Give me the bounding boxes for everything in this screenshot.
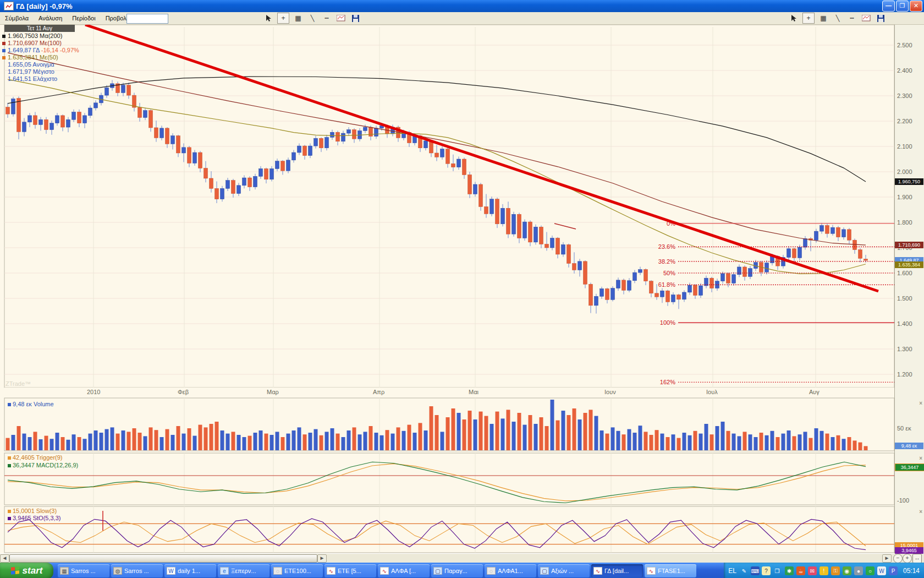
trendline-tool-icon[interactable]: ╲ xyxy=(832,13,843,23)
language-indicator[interactable]: EL xyxy=(728,567,736,575)
y-axis-tick: 2.500 xyxy=(897,42,912,48)
legend-row-5: 1.671,97 Μέγιστο xyxy=(2,68,79,75)
start-button[interactable]: start xyxy=(0,563,53,578)
word-icon[interactable]: W xyxy=(877,566,886,575)
x-axis-label: Μαι xyxy=(469,389,479,395)
mail-icon[interactable]: ✉ xyxy=(808,566,817,575)
magnifier-icon: ◌ xyxy=(487,567,496,575)
windows-flag-icon xyxy=(11,566,20,575)
y-axis-tick: 1.200 xyxy=(897,371,912,378)
close-button[interactable]: ✕ xyxy=(910,1,922,12)
chart-tool-icon[interactable] xyxy=(336,13,346,23)
webcam-icon[interactable]: ● xyxy=(854,566,863,575)
taskbar-button-παραγ[interactable]: ▢Παραγ... xyxy=(431,564,483,577)
magnifier-icon: ◌ xyxy=(273,567,282,575)
tray-clock: 05:14 xyxy=(903,567,920,575)
x-axis-label: Ιουν xyxy=(604,389,616,395)
system-tray: EL ✎⌨?❐ ✱☕✉!⚿◉●○WP 05:14 xyxy=(724,563,924,578)
volume-axis-label: 50 εκ xyxy=(897,425,911,432)
taskbar-button-sarros[interactable]: ▦Sarros ... xyxy=(58,564,109,577)
watermark: ZTrade™ xyxy=(6,380,31,387)
chart-icon: ∿ xyxy=(380,567,389,575)
menu-Σύμβολα[interactable]: Σύμβολα xyxy=(0,13,34,23)
taskbar-button-ftase1[interactable]: ∿FTASE1... xyxy=(645,564,696,577)
paint-icon[interactable]: P xyxy=(889,566,898,575)
y-axis-tick: 2.200 xyxy=(897,118,912,124)
taskbar-button-αλφα1[interactable]: ◌ΑΛΦΑ1... xyxy=(485,564,536,577)
shield-alert-icon[interactable]: ! xyxy=(820,566,828,575)
taskbar-button-ετε100[interactable]: ◌ΕΤΕ100... xyxy=(271,564,323,577)
taskbar-button-daily1[interactable]: Wdaily 1... xyxy=(164,564,216,577)
close-panel-icon[interactable]: × xyxy=(919,400,922,406)
antivirus-icon[interactable]: ○ xyxy=(866,566,875,575)
menu-Περίοδοι[interactable]: Περίοδοι xyxy=(67,13,100,23)
price-axis-gutter: 2.5002.4002.3002.2002.1002.0001.9001.800… xyxy=(894,25,924,553)
x-axis-label: Φεβ xyxy=(178,389,189,395)
taskbar-button-ξεπερν[interactable]: eΞεπερν... xyxy=(218,564,270,577)
trendline-tool-icon[interactable]: ╲ xyxy=(307,13,318,23)
lock-icon[interactable]: ⚿ xyxy=(831,566,840,575)
taskbar-button-γδdail[interactable]: ∿ΓΔ [dail... xyxy=(591,564,643,577)
crosshair-tool-icon[interactable]: + xyxy=(802,13,815,24)
save-tool-icon[interactable] xyxy=(875,13,886,23)
taskbar-button-sarros[interactable]: ◍Sarros ... xyxy=(111,564,163,577)
restore-button[interactable]: ❐ xyxy=(896,1,909,12)
stoch-sto-tag: 3,9465 xyxy=(895,547,923,554)
svg-text:61.8%: 61.8% xyxy=(658,281,675,288)
close-panel-icon[interactable]: × xyxy=(919,509,922,515)
chart-area[interactable]: Τετ 11 Αυγ 1.960,7503 Μα(200)1.710,6907 … xyxy=(0,25,924,553)
zoom-in-button[interactable]: + xyxy=(903,554,912,563)
scroll-right-icon[interactable]: ► xyxy=(317,554,327,563)
y-axis-tick: 1.400 xyxy=(897,320,912,327)
legend-row-1: 1.710,6907 Με(100) xyxy=(2,40,79,47)
dotted-line-tool-icon[interactable]: ┉ xyxy=(321,13,332,23)
dotted-line-tool-icon[interactable]: ┉ xyxy=(846,13,857,23)
y-axis-tick: 1.500 xyxy=(897,295,912,302)
scroll-left-icon[interactable]: ◄ xyxy=(0,554,9,563)
java-icon[interactable]: ☕ xyxy=(796,566,805,575)
cursor-tool-icon[interactable] xyxy=(788,13,799,23)
stoch-slow-label: 15,0001 Slow(3) xyxy=(8,508,57,514)
close-panel-icon[interactable]: × xyxy=(919,455,922,461)
quick-symbol-input[interactable] xyxy=(127,14,168,24)
taskbar-button-ετε5[interactable]: ∿ΕΤΕ [5... xyxy=(324,564,376,577)
svg-text:38.2%: 38.2% xyxy=(658,258,675,265)
globe-icon: ◍ xyxy=(113,567,122,575)
horizontal-scrollbar[interactable]: ◄ ► ► − + ↔ xyxy=(0,553,924,563)
save-tool-icon[interactable] xyxy=(350,13,361,23)
svg-text:23.6%: 23.6% xyxy=(658,243,675,250)
chart-legend: 1.960,7503 Μα(200)1.710,6907 Με(100)1.64… xyxy=(2,32,79,83)
x-axis-label: Αυγ xyxy=(809,389,820,395)
legend-marker xyxy=(2,35,6,38)
app-chart-icon xyxy=(4,2,14,10)
crosshair-tool-icon[interactable]: + xyxy=(277,13,289,24)
region-tool-icon[interactable]: ▦ xyxy=(818,13,829,23)
scrollbar-thumb[interactable] xyxy=(9,554,317,563)
y-axis-tick: 1.600 xyxy=(897,270,912,276)
fit-width-button[interactable]: ↔ xyxy=(912,554,922,563)
cursor-tool-icon[interactable] xyxy=(263,13,274,23)
taskbar: start ▦Sarros ...◍Sarros ...Wdaily 1...e… xyxy=(0,563,924,578)
x-axis-label: Απρ xyxy=(373,389,384,395)
minimize-button[interactable]: — xyxy=(882,1,895,12)
zoom-out-button[interactable]: − xyxy=(893,554,903,563)
price-tag: 1.960,750 xyxy=(895,178,923,185)
chart-icon: ∿ xyxy=(327,567,336,575)
taskbar-button-αξιν[interactable]: ▢Αξιών ... xyxy=(538,564,590,577)
agent-icon[interactable]: ✱ xyxy=(785,566,794,575)
legend-marker xyxy=(2,49,6,52)
keyboard-icon[interactable]: ⌨ xyxy=(751,566,760,575)
x-axis-label: Μαρ xyxy=(267,389,279,395)
scroll-right-end-icon[interactable]: ► xyxy=(882,554,892,563)
candlestick-chart[interactable]: 0%23.6%38.2%50%61.8%100%162% xyxy=(0,25,894,553)
pen-icon[interactable]: ✎ xyxy=(740,566,749,575)
chart-tool-icon[interactable] xyxy=(861,13,872,23)
region-tool-icon[interactable]: ▦ xyxy=(293,13,304,23)
toolbar-chevron-icon[interactable]: ❐ xyxy=(773,566,782,575)
chart-icon: ∿ xyxy=(593,567,602,575)
nvidia-icon[interactable]: ◉ xyxy=(843,566,851,575)
taskbar-button-αλφα[interactable]: ∿ΑΛΦΑ [... xyxy=(378,564,430,577)
title-bar: ΓΔ [daily] -0,97% — ❐ ✕ xyxy=(0,0,924,12)
help-icon[interactable]: ? xyxy=(762,566,771,575)
menu-Ανάλυση[interactable]: Ανάλυση xyxy=(34,13,67,23)
